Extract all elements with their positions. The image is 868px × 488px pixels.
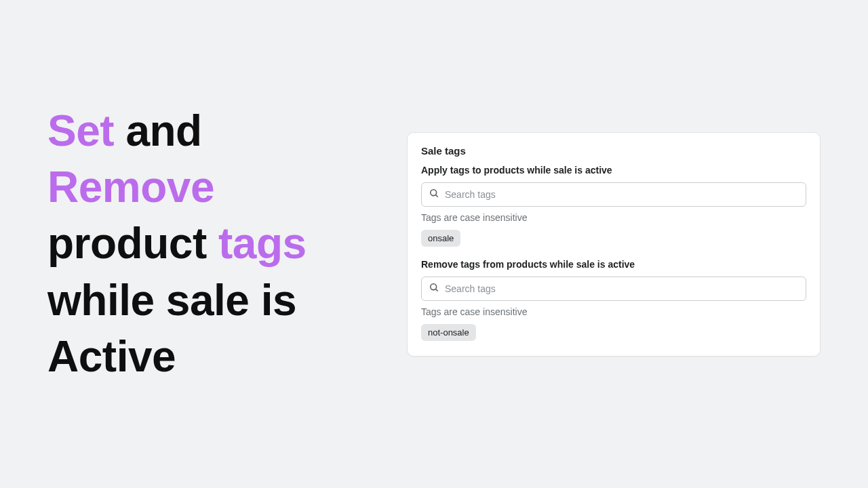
apply-tags-hint: Tags are case insensitive <box>421 212 806 223</box>
tag-chip[interactable]: onsale <box>421 230 460 247</box>
sale-tags-card: Sale tags Apply tags to products while s… <box>407 132 821 357</box>
apply-tags-list: onsale <box>421 230 806 247</box>
headline-rest: while sale is Active <box>47 276 296 381</box>
headline-word-remove: Remove <box>47 163 214 211</box>
apply-tags-section: Apply tags to products while sale is act… <box>421 165 806 247</box>
remove-tags-search-field[interactable] <box>421 277 806 301</box>
headline-word-tags: tags <box>218 219 307 268</box>
headline-word-set: Set <box>47 106 114 155</box>
headline: Set and Remove product tags while sale i… <box>47 103 373 385</box>
remove-tags-search-input[interactable] <box>445 283 799 294</box>
apply-tags-label: Apply tags to products while sale is act… <box>421 165 806 176</box>
svg-point-0 <box>431 189 437 195</box>
remove-tags-label: Remove tags from products while sale is … <box>421 259 806 270</box>
remove-tags-section: Remove tags from products while sale is … <box>421 259 806 341</box>
card-title: Sale tags <box>421 145 806 157</box>
remove-tags-list: not-onsale <box>421 324 806 341</box>
svg-point-2 <box>431 283 437 289</box>
apply-tags-search-input[interactable] <box>445 189 799 200</box>
apply-tags-search-field[interactable] <box>421 182 806 207</box>
search-icon <box>429 282 439 296</box>
headline-word-and: and <box>114 106 202 155</box>
search-icon <box>429 188 439 201</box>
svg-line-1 <box>436 195 438 197</box>
remove-tags-hint: Tags are case insensitive <box>421 306 806 317</box>
svg-line-3 <box>436 289 438 291</box>
headline-word-product: product <box>47 219 218 268</box>
tag-chip[interactable]: not-onsale <box>421 324 476 341</box>
